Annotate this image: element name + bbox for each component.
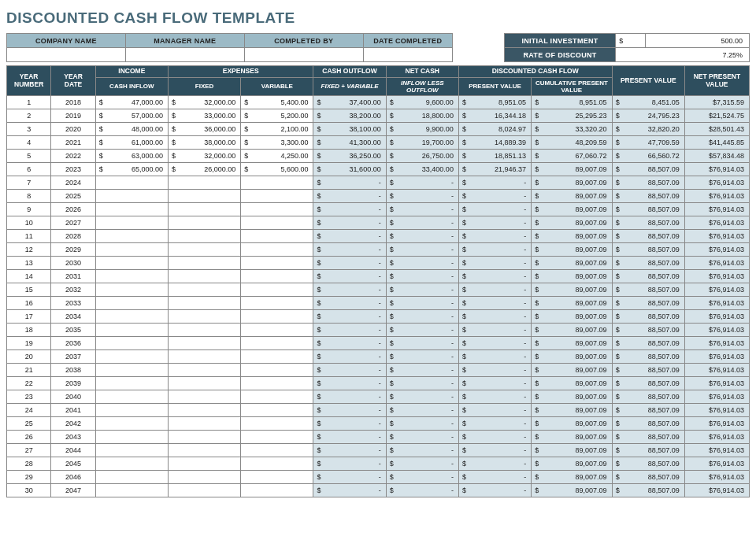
cell-cash-inflow[interactable] [95,297,168,310]
cell-fixed[interactable] [168,310,240,324]
cell-cash-inflow[interactable] [95,190,168,203]
cell-fixed[interactable]: $32,000.00 [168,150,240,163]
cell-cash-inflow[interactable] [95,270,168,283]
cell-cash-inflow[interactable] [95,417,168,431]
cell-variable[interactable] [241,190,313,203]
cell-fixed[interactable] [168,230,240,243]
cell-cash-inflow[interactable] [95,203,168,216]
cell-variable[interactable] [241,350,313,364]
cell-cash-inflow[interactable] [95,377,168,390]
cell-variable[interactable]: $5,600.00 [241,163,313,176]
cell-variable[interactable] [241,230,313,243]
cell-variable[interactable] [241,390,313,404]
cell-cash-inflow[interactable]: $47,000.00 [95,96,168,109]
cell-variable[interactable]: $5,200.00 [241,109,313,123]
cell-fixed[interactable] [168,431,240,444]
cell-variable[interactable] [241,471,313,484]
cell-cash-inflow[interactable] [95,324,168,337]
cell-variable[interactable] [241,431,313,444]
cell-variable[interactable] [241,203,313,216]
cell-cash-inflow[interactable] [95,484,168,497]
cell-variable[interactable] [241,404,313,417]
cell-outflow: $- [313,310,386,324]
cell-cash-inflow[interactable] [95,390,168,404]
cell-fixed[interactable] [168,270,240,283]
cell-cash-inflow[interactable] [95,364,168,377]
cell-variable[interactable]: $2,100.00 [241,123,313,136]
cell-cash-inflow[interactable]: $61,000.00 [95,136,168,150]
company-input[interactable] [7,48,126,62]
cell-cash-inflow[interactable] [95,283,168,297]
cell-variable[interactable] [241,377,313,390]
cell-fixed[interactable] [168,377,240,390]
cell-cash-inflow[interactable]: $65,000.00 [95,163,168,176]
cell-fixed[interactable] [168,216,240,230]
cell-cash-inflow[interactable] [95,457,168,471]
cell-year-date: 2044 [51,444,95,457]
cell-fixed[interactable]: $38,000.00 [168,136,240,150]
cell-fixed[interactable] [168,364,240,377]
cell-cash-inflow[interactable]: $57,000.00 [95,109,168,123]
cell-fixed[interactable] [168,243,240,257]
cell-variable[interactable] [241,270,313,283]
cell-fixed[interactable] [168,417,240,431]
cell-cash-inflow[interactable] [95,350,168,364]
initial-inv-val[interactable]: 500.00 [645,34,749,48]
date-input[interactable] [363,48,452,62]
cell-cash-inflow[interactable] [95,230,168,243]
cell-cash-inflow[interactable] [95,257,168,270]
cell-variable[interactable] [241,417,313,431]
cell-cash-inflow[interactable] [95,431,168,444]
rate-val[interactable]: 7.25% [616,48,750,62]
cell-variable[interactable] [241,457,313,471]
cell-pv2: $88,507.09 [612,216,684,230]
cell-variable[interactable]: $3,300.00 [241,136,313,150]
cell-fixed[interactable] [168,257,240,270]
cell-fixed[interactable]: $33,000.00 [168,109,240,123]
cell-cash-inflow[interactable] [95,216,168,230]
cell-variable[interactable] [241,283,313,297]
cell-variable[interactable] [241,364,313,377]
cell-fixed[interactable] [168,324,240,337]
cell-cash-inflow[interactable] [95,176,168,190]
cell-variable[interactable] [241,257,313,270]
cell-variable[interactable] [241,243,313,257]
cell-fixed[interactable] [168,404,240,417]
cell-variable[interactable] [241,176,313,190]
cell-cash-inflow[interactable] [95,243,168,257]
cell-npv: $76,914.03 [684,404,749,417]
cell-fixed[interactable] [168,390,240,404]
cell-variable[interactable] [241,324,313,337]
cell-cash-inflow[interactable] [95,310,168,324]
cell-fixed[interactable] [168,190,240,203]
manager-input[interactable] [125,48,244,62]
cell-fixed[interactable] [168,283,240,297]
cell-cash-inflow[interactable]: $63,000.00 [95,150,168,163]
cell-cash-inflow[interactable] [95,337,168,350]
cell-fixed[interactable] [168,337,240,350]
cell-variable[interactable]: $4,250.00 [241,150,313,163]
cell-variable[interactable] [241,297,313,310]
cell-variable[interactable] [241,216,313,230]
cell-fixed[interactable] [168,176,240,190]
cell-fixed[interactable]: $32,000.00 [168,96,240,109]
cell-fixed[interactable] [168,484,240,497]
cell-cash-inflow[interactable] [95,471,168,484]
cell-variable[interactable] [241,444,313,457]
cell-fixed[interactable]: $36,000.00 [168,123,240,136]
cell-variable[interactable] [241,310,313,324]
cell-fixed[interactable] [168,471,240,484]
cell-fixed[interactable] [168,203,240,216]
cell-cash-inflow[interactable]: $48,000.00 [95,123,168,136]
cell-variable[interactable] [241,337,313,350]
cell-fixed[interactable] [168,350,240,364]
cell-cash-inflow[interactable] [95,404,168,417]
cell-cash-inflow[interactable] [95,444,168,457]
completed-input[interactable] [244,48,363,62]
cell-fixed[interactable] [168,457,240,471]
cell-variable[interactable]: $5,400.00 [241,96,313,109]
cell-fixed[interactable]: $26,000.00 [168,163,240,176]
cell-fixed[interactable] [168,297,240,310]
cell-fixed[interactable] [168,444,240,457]
cell-variable[interactable] [241,484,313,497]
